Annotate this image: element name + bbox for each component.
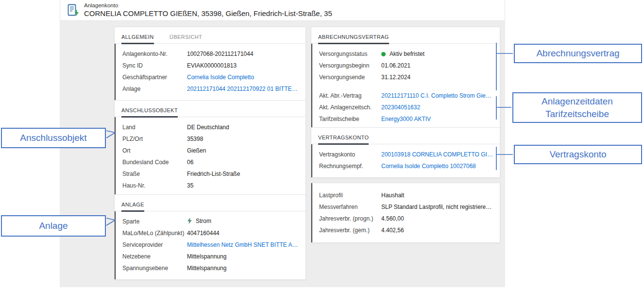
field-value: SLP Standard Lastprofil, nicht registrie…	[381, 201, 493, 213]
field-group: Versorgungsstatus Aktiv befristet Versor…	[311, 44, 500, 130]
field-group: Lastprofil Haushalt Messverfahren SLP St…	[311, 183, 500, 242]
field-label: MaLo/MeLo (Zählpunkt)	[122, 227, 187, 239]
callout-label: Vertragskonto	[549, 148, 606, 161]
field-value: 4.402,56	[381, 224, 493, 236]
field-label: Versorgungsbeginn	[319, 60, 381, 71]
field-value: Mittelspannung	[187, 262, 299, 274]
callout-label: Anschlussobjekt	[20, 132, 86, 144]
field-label: Anlagenkonto-Nr.	[122, 48, 187, 60]
field-label: Rechnungsempf.	[319, 160, 381, 172]
geschaeftspartner-link[interactable]: Cornelia Isolde Completto	[187, 71, 299, 83]
anlage-link[interactable]: 202112171044 202112170922 01 BITTE AENDE…	[187, 83, 299, 95]
field-row: Jahresverbr. (gem.) 4.402,56	[319, 224, 493, 236]
section-title: ANSCHLUSSOBJEKT	[121, 107, 178, 118]
field-row: Bundesland Code 06	[122, 156, 299, 168]
callout-anlagenzeitdaten-tarifzeitscheibe: Anlagenzeitdaten Tarifzeitscheibe	[512, 92, 642, 123]
callout-abrechnungsvertrag: Abrechnungsvertrag	[514, 44, 642, 63]
field-label: Geschäftspartner	[122, 71, 187, 83]
card-allgemein: ALLGEMEIN ÜBERSICHT Anlagenkonto-Nr. 100…	[114, 27, 306, 101]
field-label: Versorgungsstatus	[319, 48, 381, 60]
field-label: Jahresverbr. (gem.)	[319, 224, 381, 236]
callout-vertragskonto: Vertragskonto	[514, 145, 642, 164]
field-value: Aktiv befristet	[381, 48, 493, 60]
field-row: Ort Gießen	[122, 145, 299, 156]
field-label: Akt. Abr.-Vertrag	[319, 90, 381, 102]
card-vertragskonto: VERTRAGSKONTO Vertragskonto 200103918 CO…	[311, 127, 500, 178]
callout-line-1: Anlagenzeitdaten	[542, 95, 613, 108]
field-label: Spannungsebene	[122, 262, 187, 274]
section-header: VERTRAGSKONTO	[311, 128, 500, 144]
field-value: Strom	[187, 215, 299, 228]
field-value: Friedrich-List-Straße	[187, 168, 299, 180]
field-value: Mittelspannung	[187, 251, 299, 262]
field-label: Bundesland Code	[122, 156, 187, 168]
tab-bar: ALLGEMEIN ÜBERSICHT	[115, 27, 305, 44]
field-label: Land	[122, 121, 187, 133]
card-verbrauch: Lastprofil Haushalt Messverfahren SLP St…	[311, 183, 500, 243]
row-spacer	[319, 83, 493, 90]
electricity-bolt-icon	[187, 216, 192, 228]
tarifzeitscheibe-link[interactable]: Energy3000 AKTIV	[381, 113, 493, 125]
section-title: ANLAGE	[121, 202, 144, 212]
field-row: Lastprofil Haushalt	[319, 189, 493, 201]
field-group: Land DE Deutschland PLZ/Ort 35398 Ort Gi…	[115, 117, 305, 197]
anlagenzeitsch-link[interactable]: 202304051632	[381, 102, 493, 113]
field-row: Versorgungsstatus Aktiv befristet	[319, 48, 493, 60]
field-row: Straße Friedrich-List-Straße	[122, 168, 299, 180]
field-row: MaLo/MeLo (Zählpunkt) 4047160444	[122, 227, 299, 239]
card-anlage: ANLAGE Sparte Strom MaLo/MeLo (Zählpunkt…	[114, 194, 306, 280]
header-text: Anlagenkonto CORNELIA COMPLETTO GIEßEN, …	[84, 2, 332, 18]
green-status-dot	[381, 52, 386, 56]
serviceprovider-link[interactable]: Mittelhessen Netz GmbH SNET BITTE AENDER…	[187, 239, 299, 251]
page-header: Anlagenkonto CORNELIA COMPLETTO GIEßEN, …	[60, 0, 505, 21]
section-header: ANLAGE	[115, 195, 305, 211]
field-row: Land DE Deutschland	[122, 121, 299, 133]
status-text: Aktiv befristet	[390, 51, 424, 57]
field-row: Anlagenkonto-Nr. 10027068-202112171044	[122, 48, 299, 60]
section-header: ANSCHLUSSOBJEKT	[115, 101, 305, 117]
field-group: Sparte Strom MaLo/MeLo (Zählpunkt) 40471…	[115, 211, 305, 279]
section-title: ABRECHNUNGSVERTRAG	[318, 34, 389, 44]
field-label: Tarifzeitscheibe	[319, 113, 381, 125]
field-row: Rechnungsempf. Cornelia Isolde Completto…	[319, 160, 493, 172]
field-row: Haus-Nr. 35	[122, 180, 299, 191]
field-row: Spannungsebene Mittelspannung	[122, 262, 299, 274]
field-label: Netzebene	[122, 251, 187, 262]
field-value: Haushalt	[381, 189, 493, 201]
field-row: Tarifzeitscheibe Energy3000 AKTIV	[319, 113, 493, 125]
field-row: Messverfahren SLP Standard Lastprofil, n…	[319, 201, 493, 213]
tab-uebersicht[interactable]: ÜBERSICHT	[169, 34, 202, 44]
page-type-label: Anlagenkonto	[84, 2, 332, 9]
field-row: Versorgungsende 31.12.2024	[319, 71, 493, 83]
field-label: Jahresverbr. (progn.)	[319, 213, 381, 224]
field-row: Versorgungsbeginn 01.06.2021	[319, 60, 493, 71]
field-label: Straße	[122, 168, 187, 180]
field-label: PLZ/Ort	[122, 133, 187, 145]
field-value: 31.12.2024	[381, 71, 493, 83]
tab-allgemein[interactable]: ALLGEMEIN	[121, 34, 154, 44]
card-anschlussobjekt: ANSCHLUSSOBJEKT Land DE Deutschland PLZ/…	[114, 100, 306, 197]
field-group: Vertragskonto 200103918 CORNELIA COMPLET…	[311, 144, 500, 177]
callout-anlage: Anlage	[1, 215, 106, 237]
sparte-value-text: Strom	[196, 218, 211, 224]
anlagenkonto-icon	[67, 4, 79, 17]
field-value: 10027068-202112171044	[187, 48, 299, 60]
page-title: CORNELIA COMPLETTO GIEßEN, 35398, Gießen…	[84, 9, 332, 18]
rechnungsempf-link[interactable]: Cornelia Isolde Completto 10027068	[381, 160, 493, 172]
field-label: Akt. Anlagenzeitsch.	[319, 102, 381, 113]
field-label: Lastprofil	[319, 189, 381, 201]
callout-line-2: Tarifzeitscheibe	[542, 108, 613, 120]
field-row: Vertragskonto 200103918 CORNELIA COMPLET…	[319, 149, 493, 160]
field-value: 01.06.2021	[381, 60, 493, 71]
callout-anschlussobjekt: Anschlussobjekt	[1, 128, 106, 148]
vertragskonto-link[interactable]: 200103918 CORNELIA COMPLETTO GIEßEN	[381, 149, 493, 160]
field-row: Akt. Abr.-Vertrag 202112171110 C.I. Comp…	[319, 90, 493, 102]
field-value: Gießen	[187, 145, 299, 156]
field-label: Sync ID	[122, 60, 187, 71]
field-label: Serviceprovider	[122, 239, 187, 251]
field-label: Vertragskonto	[319, 149, 381, 160]
field-label: Haus-Nr.	[122, 180, 187, 191]
abr-vertrag-link[interactable]: 202112171110 C.I. Completto Strom Gießen	[381, 90, 493, 102]
card-abrechnungsvertrag: ABRECHNUNGSVERTRAG Versorgungsstatus Akt…	[311, 27, 500, 131]
field-row: Anlage 202112171044 202112170922 01 BITT…	[122, 83, 299, 95]
